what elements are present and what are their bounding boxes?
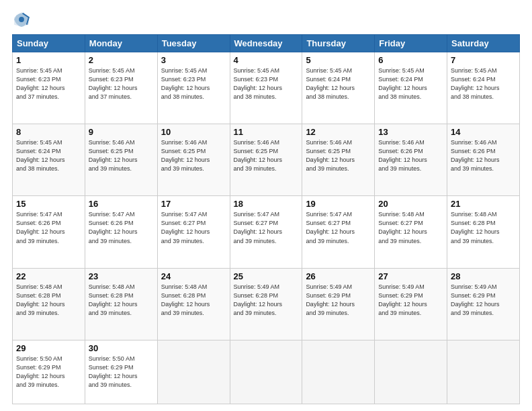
calendar-day-cell: 21Sunrise: 5:48 AMSunset: 6:28 PMDayligh… (447, 196, 520, 268)
day-detail: Sunrise: 5:50 AMSunset: 6:29 PMDaylight:… (16, 355, 81, 390)
day-detail: Sunrise: 5:49 AMSunset: 6:29 PMDaylight:… (451, 283, 516, 318)
day-number: 4 (234, 55, 299, 65)
day-detail: Sunrise: 5:45 AMSunset: 6:24 PMDaylight:… (306, 66, 371, 101)
logo (12, 10, 34, 29)
day-number: 10 (161, 127, 226, 137)
calendar-day-cell: 27Sunrise: 5:49 AMSunset: 6:29 PMDayligh… (375, 268, 447, 340)
day-detail: Sunrise: 5:49 AMSunset: 6:28 PMDaylight:… (234, 283, 299, 318)
day-detail: Sunrise: 5:45 AMSunset: 6:23 PMDaylight:… (161, 66, 226, 101)
day-detail: Sunrise: 5:46 AMSunset: 6:26 PMDaylight:… (378, 138, 443, 173)
calendar-day-cell: 26Sunrise: 5:49 AMSunset: 6:29 PMDayligh… (302, 268, 375, 340)
calendar-day-cell: 5Sunrise: 5:45 AMSunset: 6:24 PMDaylight… (302, 52, 375, 124)
day-detail: Sunrise: 5:49 AMSunset: 6:29 PMDaylight:… (378, 283, 443, 318)
calendar-day-cell: 10Sunrise: 5:46 AMSunset: 6:25 PMDayligh… (157, 124, 230, 196)
day-number: 8 (16, 127, 81, 137)
calendar-day-cell: 4Sunrise: 5:45 AMSunset: 6:23 PMDaylight… (230, 52, 302, 124)
calendar-header-cell: Sunday (13, 35, 85, 52)
calendar-day-cell: 7Sunrise: 5:45 AMSunset: 6:24 PMDaylight… (447, 52, 520, 124)
day-number: 13 (378, 127, 443, 137)
calendar-week-row: 1Sunrise: 5:45 AMSunset: 6:23 PMDaylight… (13, 52, 520, 124)
calendar-day-cell (447, 340, 520, 404)
day-detail: Sunrise: 5:46 AMSunset: 6:25 PMDaylight:… (306, 138, 371, 173)
day-detail: Sunrise: 5:45 AMSunset: 6:23 PMDaylight:… (89, 66, 154, 101)
day-detail: Sunrise: 5:47 AMSunset: 6:27 PMDaylight:… (306, 210, 371, 245)
day-number: 20 (378, 199, 443, 209)
calendar-week-row: 8Sunrise: 5:45 AMSunset: 6:24 PMDaylight… (13, 124, 520, 196)
day-number: 17 (161, 199, 226, 209)
day-number: 5 (306, 55, 371, 65)
day-number: 21 (451, 199, 516, 209)
calendar-week-row: 15Sunrise: 5:47 AMSunset: 6:26 PMDayligh… (13, 196, 520, 268)
calendar-day-cell: 19Sunrise: 5:47 AMSunset: 6:27 PMDayligh… (302, 196, 375, 268)
day-number: 14 (451, 127, 516, 137)
day-number: 2 (89, 55, 154, 65)
day-detail: Sunrise: 5:45 AMSunset: 6:23 PMDaylight:… (16, 66, 81, 101)
calendar-day-cell: 11Sunrise: 5:46 AMSunset: 6:25 PMDayligh… (230, 124, 302, 196)
day-number: 26 (306, 271, 371, 281)
calendar-day-cell (302, 340, 375, 404)
calendar-header-cell: Tuesday (157, 35, 230, 52)
day-detail: Sunrise: 5:45 AMSunset: 6:24 PMDaylight:… (16, 138, 81, 173)
calendar-header-cell: Wednesday (230, 35, 302, 52)
calendar-day-cell: 6Sunrise: 5:45 AMSunset: 6:24 PMDaylight… (375, 52, 447, 124)
calendar-day-cell (157, 340, 230, 404)
day-number: 23 (89, 271, 154, 281)
calendar-header-cell: Monday (85, 35, 157, 52)
day-detail: Sunrise: 5:45 AMSunset: 6:24 PMDaylight:… (451, 66, 516, 101)
day-number: 6 (378, 55, 443, 65)
day-detail: Sunrise: 5:46 AMSunset: 6:26 PMDaylight:… (451, 138, 516, 173)
calendar-day-cell: 28Sunrise: 5:49 AMSunset: 6:29 PMDayligh… (447, 268, 520, 340)
calendar-week-row: 29Sunrise: 5:50 AMSunset: 6:29 PMDayligh… (13, 340, 520, 404)
calendar-day-cell: 9Sunrise: 5:46 AMSunset: 6:25 PMDaylight… (85, 124, 157, 196)
day-detail: Sunrise: 5:45 AMSunset: 6:23 PMDaylight:… (234, 66, 299, 101)
calendar-day-cell: 23Sunrise: 5:48 AMSunset: 6:28 PMDayligh… (85, 268, 157, 340)
calendar-day-cell: 24Sunrise: 5:48 AMSunset: 6:28 PMDayligh… (157, 268, 230, 340)
day-number: 9 (89, 127, 154, 137)
calendar-day-cell: 12Sunrise: 5:46 AMSunset: 6:25 PMDayligh… (302, 124, 375, 196)
calendar-body: 1Sunrise: 5:45 AMSunset: 6:23 PMDaylight… (13, 52, 520, 404)
svg-point-2 (19, 17, 24, 22)
day-number: 16 (89, 199, 154, 209)
calendar-day-cell: 25Sunrise: 5:49 AMSunset: 6:28 PMDayligh… (230, 268, 302, 340)
calendar-day-cell: 29Sunrise: 5:50 AMSunset: 6:29 PMDayligh… (13, 340, 85, 404)
day-number: 1 (16, 55, 81, 65)
calendar-day-cell: 15Sunrise: 5:47 AMSunset: 6:26 PMDayligh… (13, 196, 85, 268)
day-number: 27 (378, 271, 443, 281)
calendar-day-cell: 22Sunrise: 5:48 AMSunset: 6:28 PMDayligh… (13, 268, 85, 340)
calendar-day-cell: 18Sunrise: 5:47 AMSunset: 6:27 PMDayligh… (230, 196, 302, 268)
calendar-header-cell: Thursday (302, 35, 375, 52)
day-number: 12 (306, 127, 371, 137)
calendar-day-cell: 20Sunrise: 5:48 AMSunset: 6:27 PMDayligh… (375, 196, 447, 268)
page: SundayMondayTuesdayWednesdayThursdayFrid… (0, 0, 532, 411)
day-detail: Sunrise: 5:49 AMSunset: 6:29 PMDaylight:… (306, 283, 371, 318)
day-detail: Sunrise: 5:47 AMSunset: 6:26 PMDaylight:… (16, 210, 81, 245)
day-detail: Sunrise: 5:46 AMSunset: 6:25 PMDaylight:… (234, 138, 299, 173)
day-number: 18 (234, 199, 299, 209)
calendar-day-cell: 1Sunrise: 5:45 AMSunset: 6:23 PMDaylight… (13, 52, 85, 124)
day-detail: Sunrise: 5:48 AMSunset: 6:28 PMDaylight:… (451, 210, 516, 245)
calendar-header-cell: Saturday (447, 35, 520, 52)
day-detail: Sunrise: 5:50 AMSunset: 6:29 PMDaylight:… (89, 355, 154, 390)
calendar-day-cell: 30Sunrise: 5:50 AMSunset: 6:29 PMDayligh… (85, 340, 157, 404)
day-detail: Sunrise: 5:48 AMSunset: 6:27 PMDaylight:… (378, 210, 443, 245)
header (12, 10, 520, 29)
day-detail: Sunrise: 5:48 AMSunset: 6:28 PMDaylight:… (16, 283, 81, 318)
day-number: 24 (161, 271, 226, 281)
calendar-table: SundayMondayTuesdayWednesdayThursdayFrid… (12, 34, 520, 404)
day-number: 11 (234, 127, 299, 137)
calendar-day-cell: 3Sunrise: 5:45 AMSunset: 6:23 PMDaylight… (157, 52, 230, 124)
calendar-day-cell: 2Sunrise: 5:45 AMSunset: 6:23 PMDaylight… (85, 52, 157, 124)
day-detail: Sunrise: 5:46 AMSunset: 6:25 PMDaylight:… (89, 138, 154, 173)
calendar-week-row: 22Sunrise: 5:48 AMSunset: 6:28 PMDayligh… (13, 268, 520, 340)
calendar-header: SundayMondayTuesdayWednesdayThursdayFrid… (13, 35, 520, 52)
calendar-day-cell: 8Sunrise: 5:45 AMSunset: 6:24 PMDaylight… (13, 124, 85, 196)
day-detail: Sunrise: 5:47 AMSunset: 6:27 PMDaylight:… (234, 210, 299, 245)
day-detail: Sunrise: 5:45 AMSunset: 6:24 PMDaylight:… (378, 66, 443, 101)
day-detail: Sunrise: 5:48 AMSunset: 6:28 PMDaylight:… (89, 283, 154, 318)
day-number: 3 (161, 55, 226, 65)
day-number: 7 (451, 55, 516, 65)
calendar-day-cell (230, 340, 302, 404)
day-number: 22 (16, 271, 81, 281)
calendar-day-cell (375, 340, 447, 404)
day-number: 19 (306, 199, 371, 209)
